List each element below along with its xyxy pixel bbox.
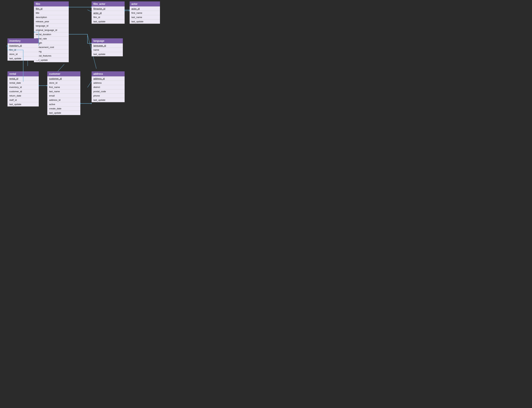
field-actor-last_update: last_update <box>130 19 160 24</box>
field-film_actor-actor_id: actor_id <box>92 11 125 15</box>
field-rental-staff_id: staff_id <box>8 98 39 102</box>
field-language-language_id: language_id <box>92 43 123 48</box>
svg-line-26 <box>91 103 92 104</box>
field-film-original_language_id: original_language_id <box>34 28 69 32</box>
field-film-rental_duration: rental_duration <box>34 32 69 37</box>
field-actor-last_name: last_name <box>130 15 160 19</box>
field-inventory-last_update: last_update <box>8 56 39 61</box>
table-address: addressaddress_idaddressdistrictpostal_c… <box>92 71 125 102</box>
field-customer-email: email <box>47 94 80 98</box>
field-customer-last_update: last_update <box>47 111 80 115</box>
field-rental-rental_date: rental_date <box>8 81 39 85</box>
table-header-customer: customer <box>47 71 80 76</box>
field-film-release_year: release_year <box>34 19 69 24</box>
table-header-actor: actor <box>130 1 160 7</box>
field-address-last_update: last_update <box>92 98 125 102</box>
field-language-name: name <box>92 48 123 52</box>
field-film-rating: rating <box>34 49 69 54</box>
field-film-description: description <box>34 15 69 19</box>
field-film-rental_rate: rental_rate <box>34 37 69 41</box>
field-address-phone: phone <box>92 94 125 98</box>
table-header-language: language <box>92 38 123 43</box>
svg-line-25 <box>91 103 92 103</box>
field-film-length: length <box>34 41 69 45</box>
field-customer-customer_id: customer_id <box>47 76 80 81</box>
field-customer-address_id: address_id <box>47 98 80 102</box>
table-inventory: inventoryinventory_idfilm_idstore_idlast… <box>8 38 39 61</box>
field-film_actor-last_update: last_update <box>92 19 125 24</box>
table-actor: actoractor_idfirst_namelast_namelast_upd… <box>130 1 160 24</box>
field-language-last_update: last_update <box>92 52 123 56</box>
field-film_actor-film_id: film_id <box>92 15 125 19</box>
table-header-rental: rental <box>8 71 39 76</box>
table-film_actor: film_actorfilmactor_idactor_idfilm_idlas… <box>92 1 125 24</box>
field-rental-last_update: last_update <box>8 102 39 107</box>
field-customer-active: active <box>47 102 80 107</box>
field-actor-first_name: first_name <box>130 11 160 15</box>
field-rental-inventory_id: inventory_id <box>8 85 39 89</box>
table-header-film_actor: film_actor <box>92 1 125 7</box>
table-header-film: film <box>34 1 69 7</box>
table-header-address: address <box>92 71 125 76</box>
field-address-district: district <box>92 85 125 89</box>
field-customer-last_name: last_name <box>47 89 80 94</box>
field-film-language_id: language_id <box>34 24 69 28</box>
field-actor-actor_id: actor_id <box>130 7 160 11</box>
field-film_actor-filmactor_id: filmactor_id <box>92 7 125 11</box>
table-rental: rentalrental_idrental_dateinventory_idcu… <box>8 71 39 107</box>
field-customer-create_date: create_date <box>47 107 80 111</box>
field-inventory-store_id: store_id <box>8 52 39 56</box>
table-film: filmfilm_idtitledescriptionrelease_yearl… <box>34 1 69 62</box>
table-header-inventory: inventory <box>8 38 39 43</box>
field-inventory-film_id: film_id <box>8 48 39 52</box>
field-film-last_update: last_update <box>34 58 69 62</box>
table-language: languagelanguage_idnamelast_update <box>92 38 123 56</box>
field-address-postal_code: postal_code <box>92 89 125 94</box>
field-rental-customer_id: customer_id <box>8 89 39 94</box>
field-address-address: address <box>92 81 125 85</box>
field-rental-return_date: return_date <box>8 94 39 98</box>
field-inventory-inventory_id: inventory_id <box>8 43 39 48</box>
field-film-spcial_features: spcial_features <box>34 54 69 58</box>
field-rental-rental_id: rental_id <box>8 76 39 81</box>
table-customer: customercustomer_idstore_idfirst_namelas… <box>47 71 80 115</box>
field-film-title: title <box>34 11 69 15</box>
field-film-film_id: film_id <box>34 7 69 11</box>
field-film-replacement_cost: replacement_cost <box>34 45 69 49</box>
field-customer-store_id: store_id <box>47 81 80 85</box>
field-customer-first_name: first_name <box>47 85 80 89</box>
field-address-address_id: address_id <box>92 76 125 81</box>
